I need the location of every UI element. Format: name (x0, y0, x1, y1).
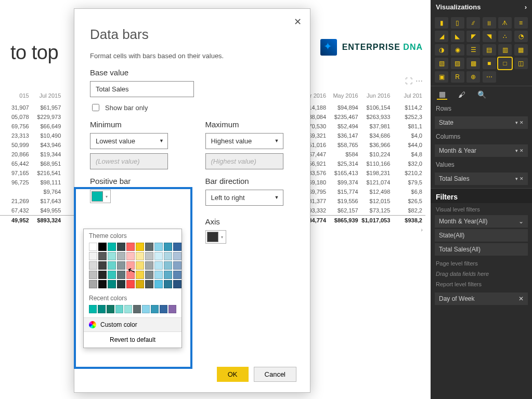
color-swatch[interactable] (126, 243, 135, 251)
color-swatch[interactable] (117, 280, 125, 288)
maximum-select[interactable]: Highest value (205, 133, 283, 149)
viz-type-icon[interactable]: ⫼ (483, 17, 496, 29)
viz-type-icon[interactable]: ⫽ (466, 17, 480, 29)
color-swatch[interactable] (173, 280, 181, 288)
viz-type-icon[interactable]: ◢ (435, 31, 448, 42)
color-swatch[interactable] (136, 261, 144, 270)
recent-color-swatch[interactable] (115, 305, 123, 313)
color-swatch[interactable] (98, 271, 107, 279)
viz-type-icon[interactable]: ≡ (514, 17, 528, 29)
focus-mode-icon[interactable]: ⛶ (405, 77, 412, 85)
filter-state[interactable]: State(All) (435, 229, 528, 242)
rows-well[interactable]: State▾ ✕ (435, 116, 528, 129)
color-swatch[interactable] (154, 243, 163, 251)
viz-type-icon[interactable]: ∴ (498, 31, 512, 42)
viz-type-icon[interactable]: ▨ (451, 58, 464, 69)
color-swatch[interactable] (164, 271, 172, 279)
color-swatch[interactable] (173, 252, 181, 260)
color-swatch[interactable] (154, 280, 163, 288)
recent-color-swatch[interactable] (142, 305, 150, 313)
recent-color-swatch[interactable] (107, 305, 114, 313)
show-bar-only-checkbox[interactable]: Show bar only (90, 102, 294, 113)
viz-type-icon[interactable]: ▧ (435, 58, 448, 69)
viz-type-icon[interactable]: ◫ (514, 58, 528, 69)
recent-color-swatch[interactable] (133, 305, 141, 313)
custom-color-button[interactable]: Custom color (84, 317, 181, 331)
remove-icon[interactable]: ✕ (518, 295, 524, 302)
color-swatch[interactable] (98, 243, 107, 251)
ok-button[interactable]: OK (217, 367, 249, 382)
color-swatch[interactable] (108, 271, 116, 279)
color-swatch[interactable] (154, 261, 163, 270)
show-bar-only-input[interactable] (92, 104, 99, 111)
color-swatch[interactable] (117, 261, 125, 270)
color-swatch[interactable] (154, 271, 163, 279)
color-swatch[interactable] (117, 252, 125, 260)
base-value-field[interactable]: Total Sales (90, 81, 194, 97)
color-swatch[interactable] (164, 252, 172, 260)
close-icon[interactable]: ✕ (294, 16, 302, 28)
columns-well[interactable]: Month & Year▾ ✕ (435, 144, 528, 157)
color-swatch[interactable] (164, 261, 172, 270)
expand-icon[interactable]: ⌄ (518, 218, 524, 225)
color-swatch[interactable] (117, 243, 125, 251)
values-well[interactable]: Total Sales▾ ✕ (435, 172, 528, 185)
viz-type-icon[interactable]: ◉ (451, 44, 464, 56)
viz-type-icon[interactable]: R (451, 71, 464, 83)
color-swatch[interactable] (173, 261, 181, 270)
color-swatch[interactable] (173, 271, 181, 279)
recent-color-swatch[interactable] (160, 305, 167, 313)
bar-direction-select[interactable]: Left to right (205, 190, 283, 206)
color-swatch[interactable] (89, 252, 97, 260)
axis-color-button[interactable]: ▾ (205, 230, 226, 244)
format-tab-icon[interactable]: 🖌 (457, 89, 467, 100)
recent-color-swatch[interactable] (168, 305, 176, 313)
color-swatch[interactable] (164, 280, 172, 288)
analytics-tab-icon[interactable]: 🔍 (476, 89, 487, 100)
recent-color-swatch[interactable] (98, 305, 106, 313)
color-swatch[interactable] (126, 280, 135, 288)
viz-type-icon[interactable]: ▦ (514, 44, 528, 56)
color-swatch[interactable] (136, 271, 144, 279)
viz-type-icon[interactable]: ▮ (435, 17, 448, 29)
color-swatch[interactable] (145, 243, 153, 251)
viz-type-icon[interactable]: ☰ (466, 44, 480, 56)
color-swatch[interactable] (117, 271, 125, 279)
viz-type-icon[interactable]: ◑ (435, 44, 448, 56)
color-swatch[interactable] (136, 243, 144, 251)
color-swatch[interactable] (154, 252, 163, 260)
filter-month-year[interactable]: Month & Year(All)⌄ (435, 215, 528, 228)
color-swatch[interactable] (89, 243, 97, 251)
color-swatch[interactable] (126, 252, 135, 260)
viz-type-icon[interactable]: ◥ (483, 31, 496, 42)
viz-type-icon[interactable]: ▥ (498, 44, 512, 56)
filter-day-of-week[interactable]: Day of Week✕ (435, 292, 528, 305)
color-swatch[interactable] (164, 243, 172, 251)
color-swatch[interactable] (108, 280, 116, 288)
viz-type-icon[interactable]: ■ (483, 58, 496, 69)
color-swatch[interactable] (98, 252, 107, 260)
color-swatch[interactable] (108, 243, 116, 251)
viz-type-icon[interactable]: ⋯ (483, 71, 496, 83)
viz-type-icon[interactable]: ⩚ (498, 17, 512, 29)
viz-type-icon[interactable]: □ (498, 58, 512, 69)
viz-type-icon[interactable]: ◣ (451, 31, 464, 42)
more-options-icon[interactable]: ⋯ (416, 77, 423, 85)
viz-type-icon[interactable]: ▣ (435, 71, 448, 83)
color-swatch[interactable] (145, 261, 153, 270)
viz-type-icon[interactable]: ▯ (451, 17, 464, 29)
color-swatch[interactable] (89, 280, 97, 288)
viz-type-icon[interactable]: ◤ (466, 31, 480, 42)
viz-type-icon[interactable]: ⊕ (466, 71, 480, 83)
filter-total-sales[interactable]: Total Sales(All) (435, 243, 528, 256)
color-swatch[interactable] (145, 280, 153, 288)
color-swatch[interactable] (136, 280, 144, 288)
viz-type-icon[interactable]: ▤ (483, 44, 496, 56)
scroll-right-icon[interactable]: › (421, 227, 423, 233)
recent-color-swatch[interactable] (89, 305, 97, 313)
color-swatch[interactable] (89, 271, 97, 279)
fields-tab-icon[interactable]: ▦ (437, 89, 447, 100)
color-swatch[interactable] (173, 243, 181, 251)
collapse-icon[interactable]: › (525, 3, 527, 11)
positive-bar-color-button[interactable]: ▾ (90, 190, 111, 203)
